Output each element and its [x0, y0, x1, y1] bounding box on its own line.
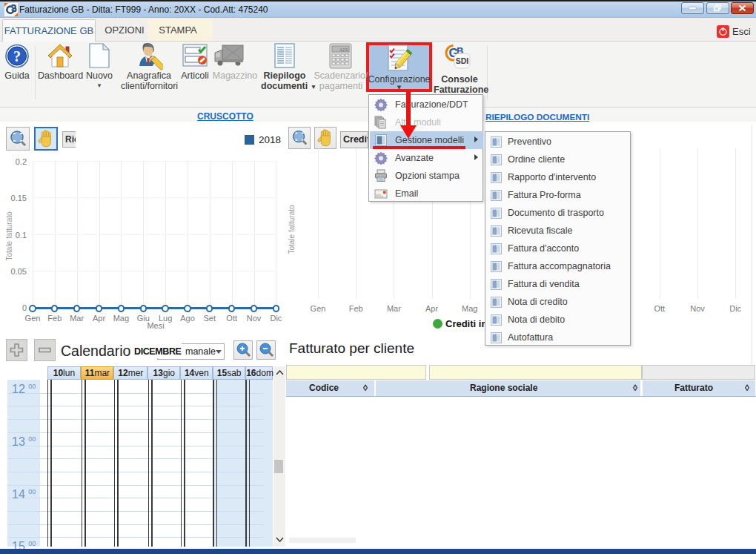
svg-text:SDI: SDI — [456, 56, 469, 65]
svg-text:?: ? — [13, 48, 21, 65]
svg-text:123: 123 — [339, 47, 348, 53]
